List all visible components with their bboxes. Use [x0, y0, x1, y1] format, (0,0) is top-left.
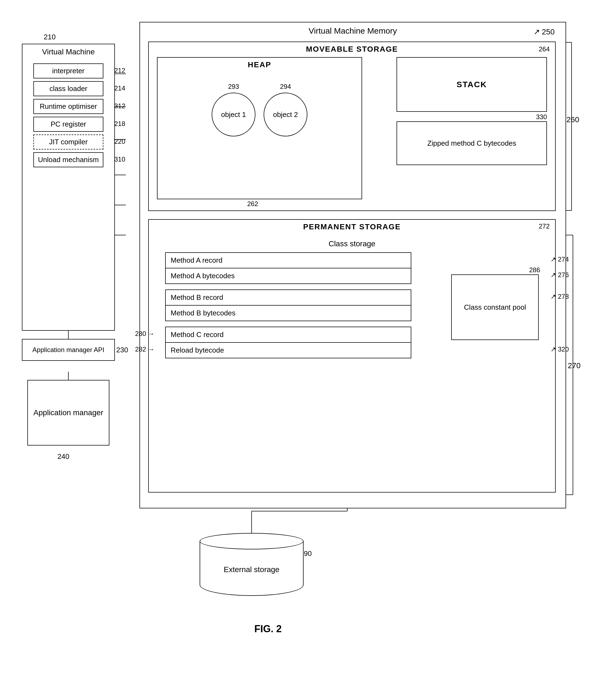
method-a-record: Method A record — [165, 252, 411, 268]
api-label: Application manager API — [32, 346, 104, 354]
ref-214: 214 — [114, 84, 125, 92]
ref-218: 218 — [114, 120, 125, 128]
ref-280: 280 → — [135, 330, 154, 338]
permanent-storage: PERMANENT STORAGE 272 Class storage Meth… — [148, 219, 556, 493]
ref-260: 260 — [566, 115, 579, 124]
class-loader-component: class loader — [33, 81, 103, 96]
ref-250: ↗ 250 — [533, 27, 555, 36]
interpreter-component: interpreter — [33, 64, 103, 78]
ref-270: 270 — [568, 361, 581, 370]
ref-282: 282 → — [135, 346, 154, 353]
ref-312: 312 — [114, 102, 125, 110]
reload-bytecode: Reload bytecode — [165, 342, 411, 358]
ref-320: ↗ 320 — [551, 346, 569, 353]
ref-230: 230 — [116, 346, 128, 354]
zipped-box: Zipped method C bytecodes — [396, 121, 547, 165]
object1-group: 293 object 1 — [212, 83, 256, 136]
vm-title: Virtual Machine — [22, 44, 114, 58]
obj2-ref: 294 — [264, 83, 307, 91]
pc-register-component: PC register — [33, 117, 103, 132]
heap-box: HEAP 293 object 1 294 object 2 — [157, 57, 362, 199]
object1-circle: object 1 — [212, 93, 256, 136]
vm-box: Virtual Machine interpreter 212 class lo… — [22, 44, 115, 331]
ref-264: 264 — [539, 45, 550, 53]
ref-272: 272 — [539, 223, 550, 230]
external-storage: External storage ↗ 290 — [200, 533, 304, 596]
moveable-title: MOVEABLE STORAGE — [149, 42, 555, 56]
ref-286: 286 — [529, 266, 540, 274]
vmm-title: Virtual Machine Memory — [140, 22, 565, 38]
zipped-label: Zipped method C bytecodes — [427, 139, 516, 148]
vmm-box: Virtual Machine Memory ↗ 250 MOVEABLE ST… — [140, 22, 566, 508]
object2-group: 294 object 2 — [264, 83, 307, 136]
app-manager-box: Application manager — [27, 380, 110, 446]
method-c-record: Method C record — [165, 327, 411, 343]
method-b-record: Method B record — [165, 290, 411, 306]
stack-title: STACK — [456, 80, 487, 89]
object2-circle: object 2 — [264, 93, 307, 136]
ref-330: 330 — [536, 113, 547, 121]
ref-274: ↗ 274 — [551, 255, 569, 263]
ref-276: ↗ 276 — [551, 271, 569, 279]
external-storage-label: External storage — [224, 565, 280, 574]
moveable-storage: MOVEABLE STORAGE 264 HEAP 293 object 1 2… — [148, 42, 556, 211]
unload-mechanism-component: Unload mechanism — [33, 152, 103, 167]
method-a-bytecodes: Method A bytecodes — [165, 268, 411, 284]
heap-title: HEAP — [158, 58, 362, 72]
ref-278: ↗ 278 — [551, 293, 569, 300]
method-b-bytecodes: Method B bytecodes — [165, 305, 411, 321]
runtime-optimiser-component: Runtime optimiser — [33, 99, 103, 114]
diagram-container: 210 Virtual Machine interpreter 212 clas… — [22, 22, 582, 651]
permanent-title: PERMANENT STORAGE — [149, 220, 555, 234]
ref-210: 210 — [44, 33, 55, 41]
constant-pool-label: Class constant pool — [464, 303, 526, 311]
fig-label: FIG. 2 — [254, 623, 282, 635]
jit-compiler-component: JIT compiler — [33, 134, 103, 150]
heap-objects: 293 object 1 294 object 2 — [158, 83, 362, 136]
ref-310: 310 — [114, 155, 125, 163]
cylinder-body: External storage — [200, 541, 304, 596]
obj1-ref: 293 — [212, 83, 256, 91]
cylinder-top — [200, 533, 304, 549]
ref-220: 220 — [114, 138, 125, 145]
api-box: Application manager API — [22, 339, 115, 361]
class-storage-title: Class storage — [149, 240, 555, 248]
stack-box: STACK — [396, 57, 547, 112]
object1-label: object 1 — [221, 110, 246, 119]
ref-240: 240 — [57, 452, 69, 461]
object2-label: object 2 — [273, 110, 298, 119]
app-manager-label: Application manager — [33, 408, 103, 417]
constant-pool-box: Class constant pool — [451, 274, 539, 340]
ref-262: 262 — [247, 200, 258, 208]
ref-212: 212 — [114, 67, 125, 74]
